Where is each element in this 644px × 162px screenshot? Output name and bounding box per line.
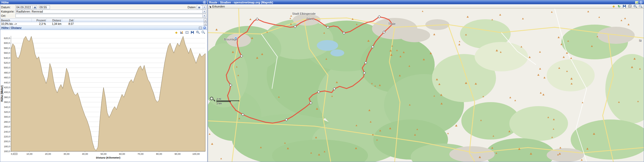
chart-type-icon[interactable] (180, 30, 184, 34)
section-menu-icon[interactable]: ▼ (203, 26, 206, 29)
svg-text:160,0: 160,0 (4, 150, 10, 153)
svg-text:540,0: 540,0 (4, 57, 10, 59)
svg-text:90,00: 90,00 (175, 153, 181, 155)
elevation-chart[interactable]: ◆ + 620,0600,0580,0560,0540,0520,0500,04… (0, 30, 207, 162)
col-zeit[interactable]: Zeit (62, 19, 74, 22)
map-place-label: Braunlage (224, 38, 237, 41)
grid-view-icon[interactable] (185, 30, 189, 34)
svg-text:70,00: 70,00 (138, 153, 144, 155)
route-map-panel: Route : Straßen - openstreetmap.org (Map… (208, 0, 644, 162)
svg-text:280,0: 280,0 (4, 121, 10, 123)
chevron-down-icon: ▼ (202, 6, 206, 9)
col-prozent[interactable]: Prozent (32, 19, 47, 22)
svg-text:620,0: 620,0 (4, 37, 10, 40)
datum-row: Datum: 04.09.2022 ▦ 09:55 Daten: ▦ ▼ (1, 5, 206, 9)
zoom-in-icon[interactable]: + (196, 30, 200, 34)
cell-prozent: 2,3 % (32, 22, 47, 26)
zones-scrollbar: ▲ ▼ (204, 19, 207, 26)
svg-text:420,0: 420,0 (4, 86, 10, 89)
svg-text:260,0: 260,0 (4, 125, 10, 128)
zones-table: Bereich Prozent Distanz Zeit 10,0% bis -… (0, 18, 207, 26)
svg-text:30,00: 30,00 (64, 153, 70, 155)
svg-text:200,0: 200,0 (4, 140, 10, 143)
activity-form: Datum: 04.09.2022 ▦ 09:55 Daten: ▦ ▼ Kat… (0, 4, 207, 18)
map-canvas[interactable]: 2 mi 2 km BraunlageStadt Elbingerode(Har… (208, 9, 644, 162)
svg-text:520,0: 520,0 (4, 61, 10, 64)
ort-dropdown[interactable]: ▼ (15, 14, 206, 18)
kategorie-dropdown[interactable]: Radfahren: Rennrad ▼ (15, 10, 206, 13)
svg-text:50,00: 50,00 (100, 153, 107, 155)
time-input[interactable]: 09:55 (39, 5, 50, 9)
svg-text:380,0: 380,0 (4, 96, 10, 99)
svg-text:60,00: 60,00 (119, 153, 125, 155)
svg-text:40,00: 40,00 (82, 153, 88, 155)
calendar-icon[interactable]: ▦ (33, 5, 37, 9)
cell-bereich: 10,0% bis --> (0, 22, 32, 26)
zoom-out-icon[interactable] (638, 5, 642, 8)
scale-km-bar (217, 101, 231, 102)
svg-text:240,0: 240,0 (4, 130, 10, 133)
svg-text:20,00: 20,00 (45, 153, 51, 155)
marker-toggle-icon[interactable]: ◆ (174, 30, 178, 34)
map-magnifier-icon[interactable] (210, 97, 216, 103)
map-layers-icon[interactable] (635, 1, 638, 4)
datum-input[interactable]: 04.09.2022 (15, 5, 33, 9)
scroll-down-icon[interactable]: ▼ (204, 22, 207, 26)
print-icon[interactable] (628, 5, 632, 8)
kategorie-row: Kategorie: Radfahren: Rennrad ▼ (1, 9, 206, 14)
col-distanz[interactable]: Distanz (47, 19, 62, 22)
svg-text:460,0: 460,0 (4, 76, 10, 79)
svg-text:Distanz (Kilometer): Distanz (Kilometer) (96, 156, 120, 159)
zoom-out-icon[interactable] (201, 30, 205, 34)
scale-mi-bar (217, 101, 239, 101)
save-icon[interactable] (622, 5, 626, 8)
col-bereich[interactable]: Bereich (0, 19, 32, 22)
panel-collapse-icon[interactable]: ▼ (203, 1, 206, 4)
cell-distanz: 1,34 km (47, 22, 62, 26)
scroll-up-icon[interactable]: ▲ (204, 19, 207, 22)
svg-text:220,0: 220,0 (4, 135, 10, 138)
table-view-icon[interactable] (199, 27, 202, 29)
scale-mi-label: 2 mi (217, 98, 239, 100)
erkunden-button[interactable]: Erkunden (212, 5, 225, 8)
map-place-label: Thale (388, 22, 396, 25)
table-row[interactable]: 10,0% bis --> 2,3 % 1,34 km 8:37 (0, 22, 207, 26)
kategorie-value: Radfahren: Rennrad (16, 10, 43, 13)
cursor-pointer-icon (209, 5, 211, 8)
svg-text:400,0: 400,0 (4, 91, 10, 94)
app-window: Höhe ▼ Datum: 04.09.2022 ▦ 09:55 Daten: … (0, 0, 644, 162)
save-icon[interactable] (190, 30, 194, 34)
panel-collapse-icon[interactable]: ▼ (639, 1, 643, 4)
map-scale: 2 mi 2 km (217, 98, 239, 105)
daten-label: Daten: (188, 6, 196, 9)
marker-toggle-icon[interactable]: ◆ (612, 5, 616, 8)
zones-table-header: Bereich Prozent Distanz Zeit (0, 19, 207, 22)
refresh-icon[interactable]: ↻ (617, 5, 621, 8)
scale-km-label: 2 km (217, 102, 239, 105)
svg-text:580,0: 580,0 (4, 47, 10, 49)
svg-text:320,0: 320,0 (4, 111, 10, 113)
map-panel-titlebar: Route : Straßen - openstreetmap.org (Map… (208, 0, 644, 4)
svg-text:300,0: 300,0 (4, 115, 10, 118)
zoom-in-icon[interactable]: + (633, 5, 637, 8)
map-place-label: St (639, 39, 642, 42)
elevation-area-chart[interactable]: 620,0600,0580,0560,0540,0520,0500,0480,0… (0, 30, 207, 162)
daten-dropdown[interactable]: ▦ ▼ (197, 5, 206, 9)
svg-text:600,0: 600,0 (4, 42, 10, 45)
chart-section-header: Höhe / Distanz ▼ (0, 26, 207, 30)
chevron-down-icon: ▼ (202, 10, 206, 13)
ort-row: Ort: ▼ (1, 14, 206, 18)
svg-text:340,0: 340,0 (4, 106, 10, 109)
daten-calendar-icon: ▦ (198, 5, 201, 9)
ort-label: Ort: (1, 14, 15, 17)
svg-text:80,00: 80,00 (156, 153, 162, 155)
chart-toolbar: ◆ + (174, 30, 205, 34)
map-place-label: (Harz) (306, 17, 315, 20)
svg-text:10,00: 10,00 (26, 153, 33, 155)
svg-text:440,0: 440,0 (4, 81, 10, 84)
datum-label: Datum: (1, 6, 15, 9)
svg-text:Höhe (Meter): Höhe (Meter) (1, 86, 3, 102)
map-graphics (208, 9, 644, 162)
svg-text:180,0: 180,0 (4, 145, 10, 148)
map-place-label: Stadt Elbingerode (292, 12, 315, 15)
